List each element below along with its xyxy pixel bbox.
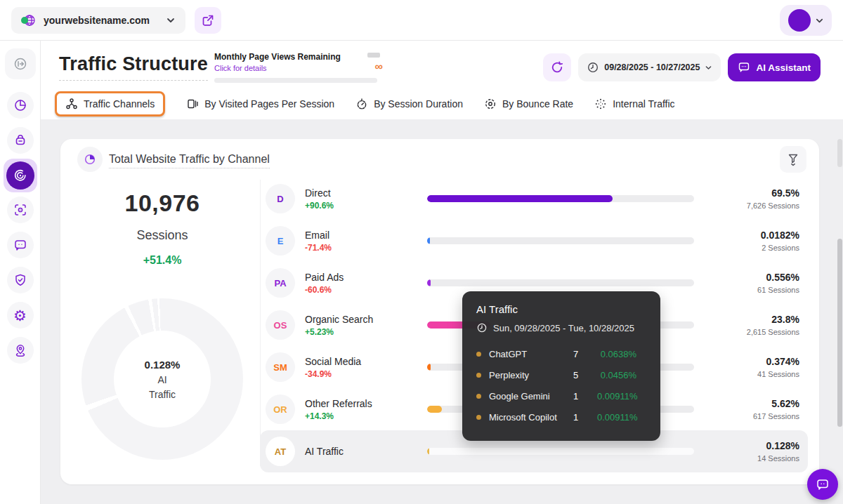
total-sessions-value: 10,976 [81,190,243,217]
channel-initials: OR [273,404,287,415]
scrollbar-thumb[interactable] [837,239,842,427]
stopwatch-icon [355,98,368,110]
channel-name: Paid Ads [305,272,344,283]
tooltip-source-count: 1 [573,391,597,402]
channel-info: Paid Ads -60.6% [305,272,344,295]
card-title: Total Website Traffic by Channel [109,153,270,168]
tab-internal-traffic[interactable]: Internal Traffic [594,98,674,110]
channel-change: +14.3% [305,411,372,421]
tooltip-source-name: Perplexity [489,370,573,380]
external-link-button[interactable] [195,7,221,34]
channel-bar-fill [427,195,613,202]
tooltip-row: Microsoft Copilot 1 0.00911% [476,406,646,427]
channel-row[interactable]: D Direct +90.6% 69.5% 7,626 Sessions [260,178,808,220]
sidebar-item-traffic-active[interactable] [4,159,37,192]
traffic-by-channel-card: Total Website Traffic by Channel 10,976 … [60,139,819,484]
sidebar-item-heatmaps[interactable] [7,197,34,223]
date-range-value: 09/28/2025 - 10/27/2025 [604,62,700,72]
channel-row[interactable]: E Email -71.4% 0.0182% 2 Sessions [260,220,808,262]
bullet-dot-icon [476,415,481,420]
sidebar-item-feedback[interactable] [7,232,34,258]
total-sessions-change: +51.4% [81,254,243,267]
channel-percent: 69.5% [747,187,799,199]
tooltip-date-row: Sun, 09/28/2025 - Tue, 10/28/2025 [476,322,646,333]
channel-info: Other Referrals +14.3% [305,398,372,421]
tooltip-row: ChatGPT 7 0.0638% [476,343,646,364]
channel-values: 0.128% 14 Sessions [757,440,799,463]
sidebar-item-dashboard[interactable] [7,92,34,119]
location-pin-icon [13,343,27,357]
donut-center-line2: Traffic [149,389,176,400]
channel-bar-track [427,195,694,202]
channel-initials-badge: OR [266,394,295,424]
channel-sessions: 2,615 Sessions [747,328,799,336]
tab-traffic-channels[interactable]: Traffic Channels [55,91,165,117]
chevron-down-icon [166,15,176,25]
refresh-button[interactable] [543,53,571,81]
date-range-picker[interactable]: 09/28/2025 - 10/27/2025 [578,53,721,81]
tooltip-source-count: 1 [573,412,597,423]
tooltip-source-name: ChatGPT [489,349,573,359]
chevron-down-icon [705,64,712,72]
scrollbar-segment[interactable] [837,139,842,167]
ai-chat-icon [738,61,750,74]
refresh-icon [550,60,564,74]
channel-name: Organic Search [305,314,373,325]
tab-label: By Session Duration [374,98,463,110]
sidebar-item-collapse[interactable] [5,48,36,79]
channel-bar-fill [427,279,431,286]
channel-percent: 5.62% [753,398,799,409]
tooltip-row: Perplexity 5 0.0456% [476,364,646,385]
tab-session-duration[interactable]: By Session Duration [355,98,463,110]
support-chat-button[interactable] [807,469,838,500]
channel-info: AI Traffic [305,446,344,457]
header-controls: 09/28/2025 - 10/27/2025 AI Assistant [543,53,821,81]
sidebar-item-conversions[interactable] [7,127,34,154]
tooltip-source-count: 7 [573,349,597,359]
tab-label: By Visited Pages Per Session [204,98,334,110]
user-menu[interactable] [780,5,832,36]
channel-initials: D [277,194,283,204]
channel-values: 5.62% 617 Sessions [753,398,799,420]
ai-assistant-button[interactable]: AI Assistant [728,53,821,81]
channel-initials-badge: D [266,184,295,213]
traffic-donut-chart[interactable]: 0.128% AI Traffic [81,298,243,460]
channel-values: 69.5% 7,626 Sessions [747,187,799,210]
sidebar-item-security[interactable] [7,267,34,293]
tooltip-source-percent: 0.00911% [597,391,648,402]
channel-change: -71.4% [305,243,332,253]
eye-target-icon [13,203,27,217]
tab-label: Internal Traffic [613,98,674,110]
tab-bounce-rate[interactable]: By Bounce Rate [484,98,573,110]
channel-sessions: 14 Sessions [757,454,799,463]
tab-visited-pages[interactable]: By Visited Pages Per Session [186,98,334,110]
chat-bubble-icon [13,238,27,252]
site-name: yourwebsitename.com [44,15,166,26]
tooltip-source-name: Google Gemini [489,391,573,402]
channel-sessions: 2 Sessions [761,244,799,252]
ai-assistant-label: AI Assistant [756,62,811,73]
channel-initials-badge: AT [266,437,295,466]
channel-info: Organic Search +5.23% [305,314,373,337]
sidebar-item-settings[interactable]: ⚙ [7,302,34,329]
tooltip-date-range: Sun, 09/28/2025 - Tue, 10/28/2025 [493,323,634,333]
gear-icon: ⚙ [13,308,27,323]
nodes-icon [65,98,78,110]
shield-check-icon [13,273,27,287]
tab-label: By Bounce Rate [502,98,573,110]
site-selector[interactable]: yourwebsitename.com [11,7,185,34]
pages-icon [186,98,199,110]
channel-bar-track [427,279,694,286]
infinity-icon: ∞ [375,61,383,72]
sidebar-item-geo[interactable] [7,337,34,364]
page-views-details-link[interactable]: Click for details [214,64,383,72]
tooltip-row: Google Gemini 1 0.00911% [476,385,646,406]
chat-bubble-icon [815,477,830,492]
channel-initials: OS [274,320,287,331]
filter-button[interactable] [780,146,806,173]
topbar: yourwebsitename.com [0,0,843,41]
channel-name: AI Traffic [305,446,344,457]
donut-center-label: 0.128% AI Traffic [114,331,211,427]
shopping-bag-icon [13,133,27,147]
tooltip-title: AI Traffic [476,303,646,315]
